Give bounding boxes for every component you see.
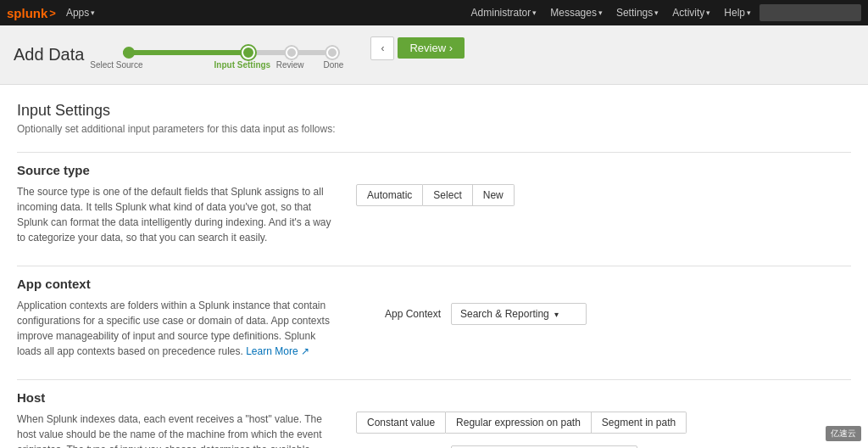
help-menu[interactable]: Help ▾ xyxy=(719,7,756,19)
source-type-heading: Source type xyxy=(17,152,851,177)
messages-menu[interactable]: Messages ▾ xyxy=(545,7,608,19)
source-type-automatic-button[interactable]: Automatic xyxy=(356,184,423,206)
app-context-description: Application contexts are folders within … xyxy=(17,298,339,359)
chevron-down-icon: ▾ xyxy=(747,8,751,17)
source-type-content: The source type is one of the default fi… xyxy=(17,184,851,245)
host-description: When Splunk indexes data, each event rec… xyxy=(17,412,339,448)
wizard-step-3-dot xyxy=(286,47,298,59)
step-label-1: Select Source xyxy=(90,60,142,70)
wizard-bar: Add Data Select Source Input Settings Re… xyxy=(0,25,868,85)
host-regex-button[interactable]: Regular expression on path xyxy=(446,412,592,434)
app-context-content: Application contexts are folders within … xyxy=(17,298,851,359)
settings-menu[interactable]: Settings ▾ xyxy=(611,7,664,19)
splunk-logo[interactable]: splunk> xyxy=(7,6,56,20)
navbar-left: splunk> Apps ▾ xyxy=(7,6,100,20)
step-label-4: Done xyxy=(323,60,343,70)
host-heading: Host xyxy=(17,379,851,405)
wizard-nav: ‹ Review › xyxy=(370,36,465,60)
chevron-down-icon: ▾ xyxy=(554,310,559,319)
host-section: Host When Splunk indexes data, each even… xyxy=(17,379,851,448)
chevron-down-icon: ▾ xyxy=(654,8,659,17)
navbar-right: Administrator ▾ Messages ▾ Settings ▾ Ac… xyxy=(466,4,861,21)
source-type-btn-group: Automatic Select New xyxy=(356,184,851,206)
host-constant-button[interactable]: Constant value xyxy=(356,412,446,434)
nav-search-input[interactable] xyxy=(760,4,861,21)
source-type-select-button[interactable]: Select xyxy=(423,184,472,206)
app-context-dropdown-value: Search & Reporting xyxy=(460,308,549,320)
main-content: Input Settings Optionally set additional… xyxy=(0,85,868,448)
section-main-heading: Input Settings xyxy=(17,102,851,120)
app-context-heading: App context xyxy=(17,266,851,291)
host-controls: Constant value Regular expression on pat… xyxy=(356,412,851,448)
host-btn-group: Constant value Regular expression on pat… xyxy=(356,412,851,434)
wizard-step-2-dot xyxy=(242,46,255,59)
host-content: When Splunk indexes data, each event rec… xyxy=(17,412,851,448)
app-context-dropdown[interactable]: Search & Reporting ▾ xyxy=(451,303,587,325)
page-title: Add Data xyxy=(14,45,84,64)
chevron-down-icon: ▾ xyxy=(91,8,95,17)
wizard-back-button[interactable]: ‹ xyxy=(370,36,394,60)
chevron-down-icon: ▾ xyxy=(532,8,537,17)
activity-menu[interactable]: Activity ▾ xyxy=(667,7,715,19)
source-type-new-button[interactable]: New xyxy=(473,184,515,206)
wizard-step-4-dot xyxy=(326,47,338,59)
wizard-review-button[interactable]: Review › xyxy=(398,37,465,59)
app-context-section: App context Application contexts are fol… xyxy=(17,266,851,359)
section-main-subheading: Optionally set additional input paramete… xyxy=(17,123,851,135)
wizard-track xyxy=(123,50,326,55)
app-context-field-label: App Context xyxy=(356,308,441,320)
host-segment-button[interactable]: Segment in path xyxy=(592,412,687,434)
chevron-down-icon: ▾ xyxy=(598,8,603,17)
wizard-track-fill xyxy=(123,50,245,55)
source-type-description: The source type is one of the default fi… xyxy=(17,184,339,245)
step-label-3: Review xyxy=(276,60,304,70)
administrator-menu[interactable]: Administrator ▾ xyxy=(466,7,542,19)
navbar: splunk> Apps ▾ Administrator ▾ Messages … xyxy=(0,0,868,25)
chevron-down-icon: ▾ xyxy=(706,8,710,17)
app-context-field-row: App Context Search & Reporting ▾ xyxy=(356,303,851,325)
source-type-controls: Automatic Select New xyxy=(356,184,851,245)
step-label-2: Input Settings xyxy=(214,60,271,70)
watermark: 亿速云 xyxy=(826,426,861,441)
wizard-step-1-dot xyxy=(123,47,135,59)
app-context-controls: App Context Search & Reporting ▾ xyxy=(356,298,851,359)
app-context-learn-more-link[interactable]: Learn More ↗ xyxy=(246,345,309,357)
source-type-section: Source type The source type is one of th… xyxy=(17,152,851,245)
apps-menu[interactable]: Apps ▾ xyxy=(61,7,100,19)
